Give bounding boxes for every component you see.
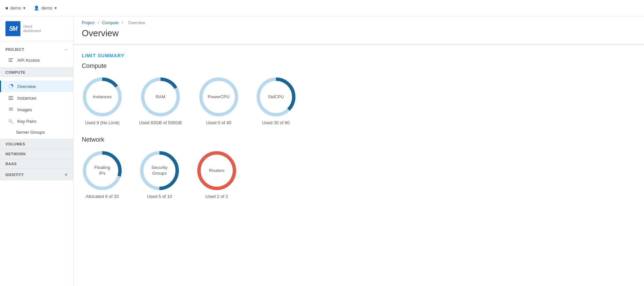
breadcrumb-project[interactable]: Project bbox=[82, 20, 94, 25]
chart-item-instances: InstancesUsed 9 (No Limit) bbox=[82, 76, 123, 125]
network-category-label: NETWORK bbox=[5, 152, 26, 156]
sidebar-category-volumes: VOLUMES bbox=[0, 139, 73, 149]
volumes-category-label: VOLUMES bbox=[5, 142, 25, 146]
donut-container-stdcpu: StdCPU bbox=[256, 76, 296, 117]
breadcrumb-compute[interactable]: Compute bbox=[102, 20, 119, 25]
project-dropdown-arrow: ▾ bbox=[23, 5, 26, 11]
breadcrumb-current: Overview bbox=[128, 20, 145, 25]
donut-container-instances: Instances bbox=[82, 76, 123, 117]
project-section-label: PROJECT bbox=[5, 47, 24, 52]
user-icon: 👤 bbox=[34, 5, 39, 11]
instances-label: Instances bbox=[17, 96, 36, 101]
sidebar-item-instances[interactable]: Instances bbox=[0, 92, 73, 104]
topbar: ■ demo ▾ 👤 demo ▾ bbox=[0, 0, 644, 16]
chart-sublabel-ram: Used 83GB of 500GB bbox=[139, 120, 182, 125]
breadcrumb: Project / Compute / Overview bbox=[74, 16, 644, 27]
network-section: Network Floating IPsAllocated 6 of 20Sec… bbox=[82, 136, 636, 199]
donut-container-security-groups: SecurityGroups bbox=[139, 150, 180, 191]
sidebar-category-network: NETWORK bbox=[0, 149, 73, 159]
chart-item-floating-ips: Floating IPsAllocated 6 of 20 bbox=[82, 150, 123, 199]
svg-rect-1 bbox=[9, 60, 12, 60]
main-content: Project / Compute / Overview Overview LI… bbox=[74, 16, 644, 286]
donut-container-floating-ips: Floating IPs bbox=[82, 150, 123, 191]
svg-rect-10 bbox=[9, 110, 13, 111]
donut-container-ram: RAM bbox=[140, 76, 181, 117]
images-label: Images bbox=[17, 107, 32, 112]
svg-point-8 bbox=[12, 99, 13, 100]
network-section-title: Network bbox=[82, 136, 636, 143]
compute-section-title: Compute bbox=[82, 62, 636, 70]
breadcrumb-sep1: / bbox=[98, 20, 100, 25]
sidebar-category-identity[interactable]: IDENTITY + bbox=[0, 169, 73, 181]
sidebar-item-overview[interactable]: Overview bbox=[0, 81, 73, 92]
chart-sublabel-routers: Used 2 of 2 bbox=[205, 194, 228, 199]
api-access-label: API Access bbox=[17, 58, 40, 63]
svg-rect-9 bbox=[9, 109, 13, 110]
server-icon bbox=[8, 95, 14, 101]
donut-container-routers: Routers bbox=[196, 150, 237, 191]
limit-summary-label: LIMIT SUMMARY bbox=[82, 53, 636, 58]
key-icon bbox=[8, 118, 14, 124]
page-title: Overview bbox=[82, 28, 636, 39]
sidebar-category-compute: COMPUTE bbox=[0, 67, 73, 77]
project-switcher[interactable]: ■ demo ▾ bbox=[5, 5, 26, 11]
svg-rect-11 bbox=[9, 108, 13, 108]
overview-label: Overview bbox=[17, 84, 36, 89]
layers-icon bbox=[8, 106, 14, 113]
user-label: demo bbox=[41, 5, 52, 11]
svg-rect-2 bbox=[9, 61, 13, 62]
identity-expand-icon: + bbox=[64, 172, 68, 178]
baas-category-label: BAAS bbox=[5, 162, 17, 166]
servergroups-label: Server Groups bbox=[16, 130, 45, 135]
sidebar-section-compute: Overview Instances Images Key Pairs bbox=[0, 77, 73, 139]
chart-sublabel-instances: Used 9 (No Limit) bbox=[85, 120, 119, 125]
logo-line2: dashboard bbox=[23, 29, 41, 33]
logo-text: cloud dashboard bbox=[23, 24, 41, 33]
chart-item-powercpu: PowerCPUUsed 0 of 40 bbox=[198, 76, 239, 125]
logo-line1: cloud bbox=[23, 24, 41, 29]
sidebar-section-project-header[interactable]: PROJECT − bbox=[0, 45, 73, 54]
chart-sublabel-floating-ips: Allocated 6 of 20 bbox=[86, 194, 119, 199]
logo-initials: SM bbox=[5, 21, 20, 36]
main-layout: SM cloud dashboard PROJECT − API Access … bbox=[0, 16, 644, 286]
donut-container-powercpu: PowerCPU bbox=[198, 76, 239, 117]
chart-item-ram: RAMUsed 83GB of 500GB bbox=[139, 76, 182, 125]
content-area: LIMIT SUMMARY Compute InstancesUsed 9 (N… bbox=[74, 45, 644, 218]
sidebar: SM cloud dashboard PROJECT − API Access … bbox=[0, 16, 74, 286]
breadcrumb-sep2: / bbox=[122, 20, 124, 25]
sidebar-item-api-access[interactable]: API Access bbox=[0, 54, 73, 66]
network-charts-row: Floating IPsAllocated 6 of 20SecurityGro… bbox=[82, 150, 636, 199]
pie-icon bbox=[8, 83, 14, 89]
keypairs-label: Key Pairs bbox=[17, 119, 36, 124]
svg-point-19 bbox=[201, 79, 236, 115]
svg-rect-0 bbox=[9, 58, 13, 59]
svg-point-12 bbox=[9, 120, 12, 122]
sidebar-item-keypairs[interactable]: Key Pairs bbox=[0, 115, 73, 127]
svg-point-4 bbox=[10, 85, 12, 88]
sidebar-item-servergroups[interactable]: Server Groups bbox=[0, 127, 73, 138]
sidebar-category-baas: BAAS bbox=[0, 159, 73, 169]
chart-item-security-groups: SecurityGroupsUsed 5 of 10 bbox=[139, 150, 180, 199]
svg-point-7 bbox=[12, 97, 13, 97]
project-icon: ■ bbox=[5, 5, 8, 11]
sidebar-section-project: PROJECT − API Access bbox=[0, 41, 73, 67]
chart-sublabel-security-groups: Used 5 of 10 bbox=[147, 194, 172, 199]
chart-item-stdcpu: StdCPUUsed 30 of 80 bbox=[256, 76, 296, 125]
logo: SM cloud dashboard bbox=[0, 16, 73, 41]
project-label: demo bbox=[10, 5, 21, 11]
chart-sublabel-powercpu: Used 0 of 40 bbox=[206, 120, 231, 125]
identity-category-label: IDENTITY bbox=[5, 173, 24, 177]
api-icon bbox=[8, 57, 14, 63]
page-header: Overview bbox=[74, 27, 644, 45]
chart-item-routers: RoutersUsed 2 of 2 bbox=[196, 150, 237, 199]
project-collapse-icon: − bbox=[65, 47, 68, 52]
compute-charts-row: InstancesUsed 9 (No Limit)RAMUsed 83GB o… bbox=[82, 76, 636, 125]
user-dropdown-arrow: ▾ bbox=[55, 5, 57, 11]
chart-sublabel-stdcpu: Used 30 of 80 bbox=[262, 120, 290, 125]
svg-point-27 bbox=[199, 153, 234, 188]
compute-category-label: COMPUTE bbox=[5, 70, 26, 74]
user-switcher[interactable]: 👤 demo ▾ bbox=[34, 5, 57, 11]
sidebar-item-images[interactable]: Images bbox=[0, 104, 73, 115]
